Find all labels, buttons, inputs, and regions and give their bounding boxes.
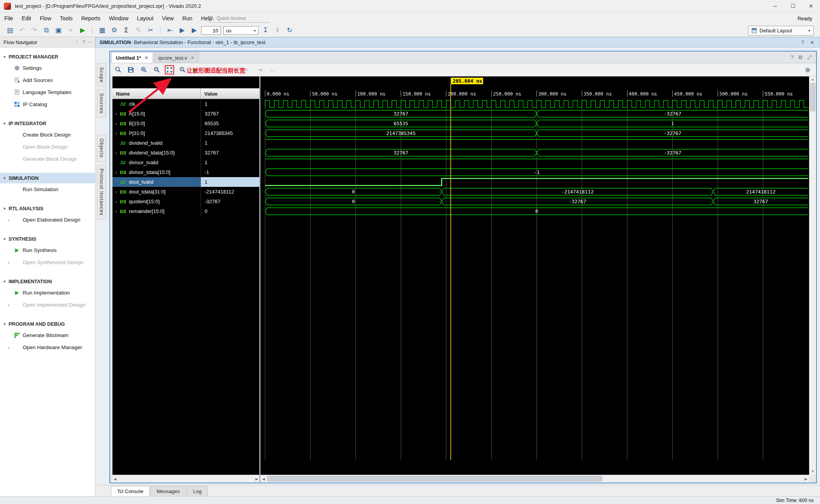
toggle-icon[interactable]: ⋮ [75, 39, 79, 45]
menu-layout[interactable]: Layout [133, 15, 158, 21]
signal-name-cell[interactable]: ›B[15:0] [112, 119, 201, 128]
run-for-time-icon[interactable]: ▶ [189, 25, 200, 35]
collapse-icon[interactable]: ‒ [89, 39, 91, 45]
save-waveform-icon[interactable] [126, 65, 135, 75]
signal-name-cell[interactable]: ›quotient[15:0] [112, 197, 201, 206]
menu-view[interactable]: View [158, 15, 178, 21]
report-strategy-icon[interactable]: ▦ [97, 25, 107, 35]
flownav-item-run-simulation[interactable]: Run Simulation [0, 183, 95, 195]
value-column-header[interactable]: Value [201, 89, 259, 99]
open-file-icon[interactable]: ▤ [5, 25, 15, 35]
signal-row-divisor-tvalid[interactable]: divisor_tvalid1 [112, 158, 259, 167]
name-column-header[interactable]: Name [112, 89, 201, 99]
signal-row-a-15-0[interactable]: ›A[15:0]32767 [112, 109, 259, 119]
flownav-item-run-synthesis[interactable]: Run Synthesis [0, 244, 95, 256]
flownav-section-program-and-debug[interactable]: ▾PROGRAM AND DEBUG [0, 319, 95, 329]
editor-tab-untitled-1[interactable]: Untitled 1*✕ [111, 52, 153, 63]
signal-row-remainder-15-0[interactable]: ›remainder[15:0]0 [112, 206, 259, 216]
flownav-section-simulation[interactable]: ▾SIMULATION [0, 173, 95, 183]
signal-name-cell[interactable]: divisor_tvalid [112, 158, 201, 167]
table-horizontal-scrollbar[interactable]: ◀ ▶ [112, 475, 259, 483]
signal-row-p-31-0[interactable]: ›P[31:0]2147385345 [112, 128, 259, 138]
vertical-scrollbar-thumb[interactable] [810, 83, 815, 111]
flownav-item-ip-catalog[interactable]: IP Catalog [0, 98, 95, 110]
menu-run[interactable]: Run [178, 15, 197, 21]
signal-name-cell[interactable]: clk [112, 99, 201, 109]
signal-row-quotient-15-0[interactable]: ›quotient[15:0]-32767 [112, 197, 259, 206]
flownav-item-settings[interactable]: Settings [0, 62, 95, 74]
flownav-item-run-implementation[interactable]: Run Implementation [0, 287, 95, 299]
flownav-item-add-sources[interactable]: Add Sources [0, 74, 95, 86]
flownav-item-generate-bitstream[interactable]: Generate Bitstream [0, 329, 95, 341]
flownav-item-language-templates[interactable]: Language Templates [0, 86, 95, 98]
zoom-to-cursor-icon[interactable] [178, 65, 187, 75]
signal-name-cell[interactable]: ›A[15:0] [112, 109, 201, 119]
zoom-in-icon[interactable] [139, 65, 148, 75]
signal-row-dividend-tvalid[interactable]: dividend_tvalid1 [112, 138, 259, 148]
close-button[interactable]: ✕ [802, 0, 820, 12]
step-icon[interactable]: ↧ [260, 25, 271, 35]
scroll-down-icon[interactable]: ▼ [809, 469, 816, 475]
close-icon[interactable]: ✕ [191, 55, 194, 60]
zoom-out-icon[interactable] [152, 65, 161, 75]
menu-tools[interactable]: Tools [55, 15, 77, 21]
signal-name-cell[interactable]: ›dout_tdata[31:0] [112, 187, 201, 197]
editor-tab-ipcore-test-v[interactable]: ipcore_test.v✕ [154, 52, 199, 63]
close-icon[interactable]: ✕ [810, 40, 814, 45]
side-tab-sources[interactable]: Sources [97, 89, 106, 118]
scroll-up-icon[interactable]: ▲ [809, 76, 816, 83]
signal-name-cell[interactable]: ›dividend_tdata[15:0] [112, 148, 201, 158]
run-flow-icon[interactable]: ▶ [77, 25, 88, 35]
restart-simulation-icon[interactable]: ⇤ [165, 25, 175, 35]
signal-row-b-15-0[interactable]: ›B[15:0]65535 [112, 119, 259, 128]
side-tab-scope[interactable]: Scope [97, 63, 106, 87]
run-all-icon[interactable]: ▶ [177, 25, 187, 35]
play-from-cursor-icon[interactable]: ▶ [191, 65, 200, 75]
menu-window[interactable]: Window [105, 15, 133, 21]
console-tab-messages[interactable]: Messages [150, 486, 186, 496]
side-tab-objects[interactable]: Objects [97, 135, 106, 161]
console-tab-tcl-console[interactable]: Tcl Console [111, 486, 150, 496]
menu-file[interactable]: File [0, 15, 18, 21]
probe-icon[interactable]: ✂ [145, 25, 156, 35]
menu-flow[interactable]: Flow [36, 15, 56, 21]
signal-name-cell[interactable]: ›P[31:0] [112, 128, 201, 138]
flownav-item-open-hardware-manager[interactable]: ›Open Hardware Manager [0, 341, 95, 353]
maximize-panel-icon[interactable]: ⤢ [808, 54, 811, 60]
flownav-section-synthesis[interactable]: ▾SYNTHESIS [0, 234, 95, 244]
sum-icon[interactable]: Σ [121, 25, 132, 35]
find-icon[interactable] [113, 65, 123, 75]
menu-reports[interactable]: Reports [77, 15, 105, 21]
help-icon[interactable]: ? [791, 54, 793, 60]
relaunch-icon[interactable]: ↻ [284, 25, 295, 35]
signal-name-cell[interactable]: dividend_tvalid [112, 138, 201, 148]
scroll-left-icon[interactable]: ◀ [260, 475, 267, 483]
maximize-button[interactable]: ☐ [784, 0, 802, 12]
add-signal-icon[interactable]: + [216, 65, 226, 75]
zoom-fit-icon[interactable] [165, 65, 174, 75]
console-tab-log[interactable]: Log [187, 486, 208, 496]
copy-icon[interactable]: ⧉ [41, 25, 52, 35]
canvas-horizontal-scrollbar[interactable]: ◀ ▶ [260, 475, 809, 483]
help-icon[interactable]: ? [83, 39, 86, 45]
float-window-icon[interactable]: ⧉ [799, 54, 802, 60]
scroll-right-icon[interactable]: ▶ [803, 475, 809, 483]
time-unit-select[interactable]: us ▾ [223, 26, 258, 35]
flownav-item-open-elaborated-design[interactable]: ›Open Elaborated Design [0, 214, 95, 226]
settings-gear-icon[interactable]: ⚙ [109, 25, 119, 35]
menu-edit[interactable]: Edit [18, 15, 36, 21]
wave-settings-gear-icon[interactable] [803, 65, 812, 75]
signal-row-clk[interactable]: clk1 [112, 99, 259, 109]
layout-selector[interactable]: Default Layout ▾ [748, 26, 814, 35]
waveform-canvas[interactable]: 0.000 ns50.000 ns100.000 ns150.000 ns200… [260, 76, 809, 475]
signal-row-dividend-tdata-15-0[interactable]: ›dividend_tdata[15:0]32767 [112, 148, 259, 158]
quick-access-search[interactable]: Quick Access [209, 14, 270, 23]
flownav-item-create-block-design[interactable]: Create Block Design [0, 129, 95, 141]
flownav-section-rtl-analysis[interactable]: ▾RTL ANALYSIS [0, 203, 95, 214]
signal-name-cell[interactable]: dout_tvalid [112, 177, 201, 187]
signal-name-cell[interactable]: ›remainder[15:0] [112, 206, 201, 216]
minimize-button[interactable]: ─ [766, 0, 784, 12]
horizontal-scrollbar-thumb[interactable] [267, 476, 602, 481]
help-icon[interactable]: ? [801, 40, 804, 45]
run-time-input[interactable] [201, 26, 221, 35]
